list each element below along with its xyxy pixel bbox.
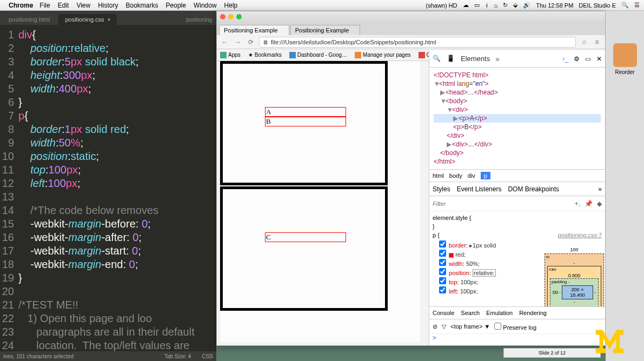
tab-emulation[interactable]: Emulation <box>486 310 513 316</box>
sync-icon[interactable]: ↻ <box>503 2 508 9</box>
inspect-icon[interactable]: 🔍 <box>433 55 441 63</box>
device-icon[interactable]: 📱 <box>447 55 455 63</box>
menu-bookmarks[interactable]: Bookmarks <box>126 2 158 9</box>
console-toolbar: ⊘ ▽ <top frame> ▼ Preserve log <box>429 319 605 333</box>
apps-shortcut[interactable]: Apps <box>220 52 241 58</box>
drawer-tabs: Console Search Emulation Rendering <box>429 306 605 319</box>
chevron-right-icon[interactable]: » <box>598 185 602 193</box>
panel-elements[interactable]: Elements <box>461 55 490 63</box>
styles-tabstrip: Styles Event Listeners DOM Breakpoints » <box>429 182 605 196</box>
bookmark-manage[interactable]: Manage your pages <box>355 52 410 58</box>
status-selection: ines, 101 characters selected <box>3 353 74 359</box>
url-bar[interactable]: 🗎 file:///Users/deilstudioe/Desktop/Code… <box>259 37 576 48</box>
browser-toolbar: ← → ⟳ 🗎 file:///Users/deilstudioe/Deskto… <box>217 35 605 49</box>
menu-history[interactable]: History <box>98 2 118 9</box>
clear-console-icon[interactable]: ⊘ <box>433 323 437 330</box>
tab-rendering[interactable]: Rendering <box>519 310 547 316</box>
code-editor: positioning.html positioning.css× positi… <box>0 11 216 361</box>
traffic-lights <box>220 14 242 19</box>
new-rule-icon[interactable]: +, <box>575 200 580 208</box>
menu-window[interactable]: Window <box>194 2 217 9</box>
tab-search[interactable]: Search <box>461 310 480 316</box>
cloud-icon[interactable]: ☁ <box>463 2 469 9</box>
menu-edit[interactable]: Edit <box>58 2 69 9</box>
editor-tab-html[interactable]: positioning.html <box>2 14 56 25</box>
breadcrumb: html body div p <box>429 169 605 182</box>
desktop-app-icon[interactable] <box>613 43 637 67</box>
close-window-icon[interactable] <box>220 14 225 19</box>
zoom-window-icon[interactable] <box>236 14 242 19</box>
tab-console[interactable]: Console <box>433 310 454 316</box>
status-lang[interactable]: CSS <box>202 353 213 359</box>
user-indicator: (shawn) HD <box>426 2 457 9</box>
browser-tab-1[interactable]: Positioning Example <box>219 25 289 35</box>
menu-people[interactable]: People <box>166 2 186 9</box>
pin-icon[interactable]: 📌 <box>585 200 593 208</box>
display-icon[interactable]: ▭ <box>474 2 480 9</box>
browser-titlebar[interactable] <box>217 11 605 22</box>
demo-box-2: C <box>220 186 388 311</box>
filter-icon[interactable]: ▽ <box>442 323 446 330</box>
gear-icon[interactable]: ⚙ <box>574 55 580 63</box>
tab-styles[interactable]: Styles <box>433 185 450 193</box>
browser-tab-2[interactable]: Positioning Example <box>290 25 361 35</box>
preserve-log[interactable]: Preserve log <box>494 323 536 331</box>
slide-indicator: Slide 2 of 12 <box>503 348 601 358</box>
spotlight-icon[interactable]: 🔍 <box>621 2 629 9</box>
menu-button[interactable]: ≡ <box>592 37 602 47</box>
crumb-div[interactable]: div <box>468 172 475 179</box>
tab-dom-breakpoints[interactable]: DOM Breakpoints <box>508 185 559 193</box>
bluetooth-icon[interactable]: ᚼ <box>485 2 489 9</box>
menu-icon[interactable]: ☰ <box>634 2 640 9</box>
dock-icon[interactable]: ▭ <box>585 55 591 63</box>
user-name[interactable]: DEIL Studio E <box>579 2 616 9</box>
rule-selector[interactable]: p { <box>433 232 440 238</box>
file-icon: 🗎 <box>263 39 269 45</box>
menu-file[interactable]: File <box>39 2 50 9</box>
code-source[interactable]: div{ position:relative; border:5px solid… <box>18 25 195 352</box>
app-name[interactable]: Chrome <box>9 2 33 9</box>
styles-filter-row: +, 📌 ◆ <box>429 196 605 211</box>
code-area[interactable]: 123456789101112131415161718192021222324 … <box>0 25 216 352</box>
star-icon[interactable]: ☆ <box>579 37 589 47</box>
editor-tab-css[interactable]: positioning.css× <box>58 14 117 25</box>
mac-menubar: Chrome File Edit View History Bookmarks … <box>0 0 644 11</box>
close-devtools-icon[interactable]: ✕ <box>596 55 602 63</box>
wifi-icon[interactable]: ⬙ <box>513 2 517 9</box>
back-button[interactable]: ← <box>220 37 230 47</box>
url-text: file:///Users/deilstudioe/Desktop/CodeSn… <box>271 39 436 45</box>
content-size: 200 × 18.400 <box>562 285 593 299</box>
crumb-body[interactable]: body <box>449 172 462 179</box>
margin-top-value: 100 <box>545 247 604 252</box>
styles-filter-input[interactable] <box>433 200 570 207</box>
editor-path-hint: positioning <box>182 15 216 25</box>
rule-source-link[interactable]: positioning.css:7 <box>558 231 602 239</box>
volume-icon[interactable]: 🔊 <box>523 2 530 9</box>
menu-view[interactable]: View <box>76 2 90 9</box>
minimize-window-icon[interactable] <box>228 14 234 19</box>
console-toggle-icon[interactable]: ›_ <box>562 55 568 63</box>
reload-button[interactable]: ⟳ <box>246 37 256 47</box>
dropbox-icon[interactable]: ⌂ <box>494 2 498 9</box>
chevron-right-icon[interactable]: » <box>495 55 500 63</box>
dom-tree[interactable]: <!DOCTYPE html>▼<html lang="en">▶<head>…… <box>429 68 605 169</box>
crumb-html[interactable]: html <box>433 172 444 179</box>
bookmark-dashboard[interactable]: Dashboard - Goog… <box>289 52 347 58</box>
diamond-icon[interactable]: ◆ <box>597 200 602 208</box>
frame-select[interactable]: <top frame> ▼ <box>450 323 490 330</box>
browser-window: Positioning Example Positioning Example … <box>216 11 606 346</box>
crumb-p[interactable]: p <box>481 172 490 179</box>
bookmark-star[interactable]: ★Bookmarks <box>248 52 282 58</box>
demo-box-1: A B <box>220 61 388 185</box>
devtools: 🔍 📱 Elements » ›_ ⚙ ▭ ✕ <!DOCTYPE html>▼… <box>429 50 605 345</box>
menu-help[interactable]: Help <box>224 2 238 9</box>
tab-event-listeners[interactable]: Event Listeners <box>457 185 502 193</box>
desktop-app-label: Reorder <box>606 69 644 75</box>
console-prompt[interactable]: > <box>429 333 605 345</box>
editor-statusbar: ines, 101 characters selected Tab Size: … <box>0 351 216 361</box>
clock[interactable]: Thu 12:58 PM <box>536 2 573 9</box>
close-icon[interactable]: × <box>108 17 111 23</box>
forward-button[interactable]: → <box>233 37 243 47</box>
status-tabsize[interactable]: Tab Size: 4 <box>164 353 191 359</box>
editor-tabstrip: positioning.html positioning.css× positi… <box>0 11 216 25</box>
